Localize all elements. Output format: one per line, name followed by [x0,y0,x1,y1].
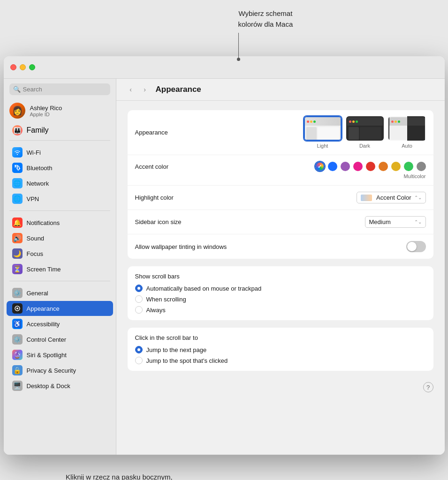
search-input[interactable] [23,86,106,93]
accent-orange[interactable] [379,162,388,171]
sidebar-icon-size-control: Medium ⌃⌄ [229,216,426,228]
chevron-up-down-icon-2: ⌃⌄ [414,219,422,225]
accent-red[interactable] [366,162,375,171]
sidebar-item-bluetooth[interactable]: ⮷ Bluetooth [7,160,113,175]
appearance-option-dark[interactable]: Dark [346,116,384,149]
minimize-button[interactable] [20,64,26,70]
sidebar-item-network[interactable]: 🌐 Network [7,176,113,191]
sidebar-icon-size-value: Medium [369,218,391,225]
sidebar-icon-size-dropdown[interactable]: Medium ⌃⌄ [365,216,426,228]
click-next-page-option[interactable]: Jump to the next page [135,346,426,353]
sidebar-item-general[interactable]: ⚙️ General [7,285,113,300]
sidebar-item-screentime[interactable]: ⏳ Screen Time [7,262,113,277]
sidebar-item-controlcenter[interactable]: ⚙️ Control Center [7,332,113,347]
scroll-auto-radio[interactable] [135,285,143,292]
appearance-option-auto[interactable]: Auto [388,116,426,149]
sidebar-item-label: Desktop & Dock [27,382,70,390]
sidebar-item-label: Control Center [27,336,67,343]
sidebar-item-label: Bluetooth [27,165,53,172]
sidebar-item-vpn[interactable]: 🌐 VPN [7,191,113,206]
scroll-scrolling-option[interactable]: When scrolling [135,295,426,303]
sidebar-item-notifications[interactable]: 🔔 Notifications [7,215,113,230]
main-content: ‹ › Appearance Appearance [116,79,445,455]
general-icon: ⚙️ [12,288,23,298]
annotation-top: Wybierz schemat kolorów dla Maca [238,8,293,30]
sidebar-section-network: Wi-Fi ⮷ Bluetooth 🌐 Network 🌐 VPN [4,142,116,209]
appearance-thumb-light [304,116,342,141]
screentime-icon: ⏳ [12,264,23,274]
wallpaper-tinting-toggle[interactable] [406,241,426,252]
click-spot-radio[interactable] [135,357,143,364]
search-bar[interactable]: 🔍 [9,83,110,95]
page-title: Appearance [156,85,201,94]
titlebar [4,56,445,79]
sidebar-item-privacy[interactable]: 🔒 Privacy & Security [7,363,113,378]
click-next-page-radio[interactable] [135,346,143,353]
click-spot-option[interactable]: Jump to the spot that's clicked [135,357,426,364]
scroll-scrolling-radio[interactable] [135,295,143,303]
sidebar-item-family[interactable]: 👪 Family [7,123,113,138]
sidebar-item-label: Privacy & Security [27,367,76,374]
accent-yellow[interactable] [391,162,401,171]
accent-green[interactable] [404,162,413,171]
accent-multicolor[interactable] [315,162,325,171]
content-body: Appearance [116,101,445,455]
appearance-option-label-auto: Auto [402,143,412,149]
desktop-icon: 🖥️ [12,381,23,391]
back-button[interactable]: ‹ [126,84,136,95]
help-button[interactable]: ? [423,382,433,392]
search-icon: 🔍 [13,86,21,93]
sidebar-item-desktop[interactable]: 🖥️ Desktop & Dock [7,378,113,393]
highlight-color-value: Accent Color [376,194,411,201]
sidebar-item-appearance[interactable]: Appearance [7,301,113,316]
sidebar-item-label: Network [27,180,49,187]
sidebar-item-sound[interactable]: 🔊 Sound [7,231,113,246]
accessibility-icon: ♿ [12,319,23,329]
sidebar-item-label: Appearance [27,305,60,312]
sidebar-item-wifi[interactable]: Wi-Fi [7,145,113,160]
sidebar-item-accessibility[interactable]: ♿ Accessibility [7,316,113,331]
family-icon: 👪 [12,125,23,135]
scroll-always-radio[interactable] [135,306,143,314]
sidebar-item-label: Notifications [27,219,60,226]
maximize-button[interactable] [29,64,35,70]
sidebar: 🔍 👩 Ashley Rico Apple ID 👪 Family [4,79,116,455]
accent-graphite[interactable] [417,162,426,171]
sidebar-icon-size-label: Sidebar icon size [135,218,229,225]
accent-colors: Multicolor [315,162,426,179]
avatar: 👩 [9,103,25,119]
chevron-up-down-icon: ⌃⌄ [414,195,422,200]
sidebar-divider-3 [9,281,110,281]
appearance-thumb-auto [388,116,426,141]
scroll-bars-title: Show scroll bars [135,273,426,280]
scroll-always-option[interactable]: Always [135,306,426,314]
click-scroll-section: Click in the scroll bar to Jump to the n… [128,328,433,371]
click-spot-label: Jump to the spot that's clicked [146,357,228,364]
accent-blue[interactable] [328,162,337,171]
sidebar-item-label: General [27,290,48,297]
window-body: 🔍 👩 Ashley Rico Apple ID 👪 Family [4,79,445,455]
settings-window: 🔍 👩 Ashley Rico Apple ID 👪 Family [4,56,445,455]
accent-pink[interactable] [353,162,363,171]
user-section[interactable]: 👩 Ashley Rico Apple ID [4,99,116,122]
privacy-icon: 🔒 [12,365,23,375]
appearance-option-light[interactable]: Light [304,116,342,149]
accent-color-row-dots [315,162,426,171]
sidebar-divider-2 [9,210,110,211]
appearance-section: Appearance [128,110,433,259]
wallpaper-tinting-row: Allow wallpaper tinting in windows [128,234,433,259]
sidebar-item-focus[interactable]: 🌙 Focus [7,246,113,261]
scroll-bars-section: Show scroll bars Automatically based on … [128,266,433,320]
close-button[interactable] [10,64,16,70]
accent-color-control: Multicolor [229,162,426,179]
user-name: Ashley Rico [30,105,62,112]
sidebar-item-siri[interactable]: 🔮 Siri & Spotlight [7,347,113,362]
sidebar-item-label: Focus [27,250,43,257]
highlight-color-dropdown[interactable]: Accent Color ⌃⌄ [357,192,425,203]
scroll-auto-option[interactable]: Automatically based on mouse or trackpad [135,285,426,292]
accent-purple[interactable] [341,162,350,171]
accent-sublabel: Multicolor [403,173,425,179]
highlight-color-label: Highlight color [135,194,229,201]
forward-button[interactable]: › [140,84,150,95]
sidebar-item-label: Family [27,126,49,135]
